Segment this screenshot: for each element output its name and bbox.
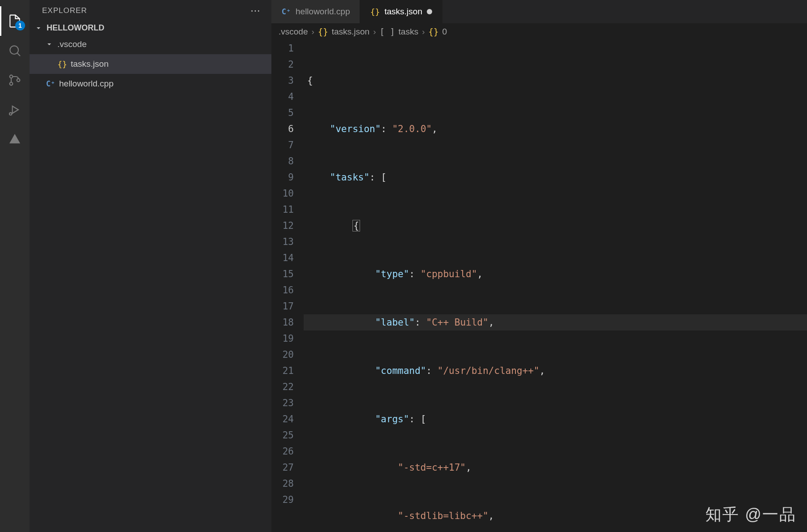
code-line: { bbox=[304, 218, 807, 234]
svg-point-1 bbox=[10, 75, 13, 78]
code-line: { bbox=[304, 73, 807, 89]
sidebar-title: EXPLORER bbox=[42, 6, 87, 15]
line-number: 22 bbox=[271, 379, 294, 395]
line-number: 8 bbox=[271, 153, 294, 169]
tab-helloworld[interactable]: C⁺ helloworld.cpp bbox=[271, 0, 360, 23]
code-line: "label": "C++ Build", bbox=[304, 314, 807, 330]
chevron-right-icon: › bbox=[311, 27, 314, 37]
json-icon: {} bbox=[370, 7, 380, 17]
breadcrumb-segment[interactable]: 0 bbox=[442, 27, 447, 37]
activity-extensions[interactable] bbox=[0, 124, 30, 154]
line-number: 26 bbox=[271, 443, 294, 459]
more-icon[interactable]: ⋯ bbox=[250, 5, 261, 17]
svg-point-3 bbox=[17, 79, 20, 82]
cpp-icon: C⁺ bbox=[281, 7, 291, 16]
line-number: 29 bbox=[271, 492, 294, 508]
tree-file-label: helloworld.cpp bbox=[59, 79, 113, 89]
line-number: 20 bbox=[271, 347, 294, 363]
line-number: 15 bbox=[271, 266, 294, 282]
line-number: 7 bbox=[271, 137, 294, 153]
chevron-down-icon bbox=[46, 41, 54, 48]
watermark: 知乎 @一品 bbox=[705, 504, 796, 526]
svg-point-0 bbox=[10, 46, 18, 54]
tab-label: tasks.json bbox=[384, 7, 422, 17]
line-number: 28 bbox=[271, 476, 294, 492]
line-number: 21 bbox=[271, 363, 294, 379]
chevron-down-icon bbox=[35, 25, 43, 32]
line-number: 18 bbox=[271, 314, 294, 330]
line-number: 17 bbox=[271, 298, 294, 314]
activity-bar: 1 bbox=[0, 0, 30, 532]
line-number: 9 bbox=[271, 169, 294, 185]
activity-explorer[interactable]: 1 bbox=[0, 6, 30, 36]
line-number: 11 bbox=[271, 202, 294, 218]
line-gutter: 1 2 3 4 5 6 7 8 9 10 11 12 13 14 15 16 1… bbox=[271, 40, 304, 532]
tree-file-hello[interactable]: C⁺ helloworld.cpp bbox=[30, 74, 271, 94]
file-tree: .vscode {} tasks.json C⁺ helloworld.cpp bbox=[30, 34, 271, 94]
line-number: 1 bbox=[271, 40, 294, 56]
code-editor[interactable]: 1 2 3 4 5 6 7 8 9 10 11 12 13 14 15 16 1… bbox=[271, 40, 807, 532]
workspace-folder-label: HELLOWORLD bbox=[47, 23, 104, 33]
line-number: 12 bbox=[271, 218, 294, 234]
activity-scm[interactable] bbox=[0, 65, 30, 95]
chevron-right-icon: › bbox=[373, 27, 376, 37]
tree-folder-label: .vscode bbox=[57, 39, 86, 49]
code-line: "command": "/usr/bin/clang++", bbox=[304, 363, 807, 379]
explorer-badge: 1 bbox=[15, 21, 25, 30]
line-number: 5 bbox=[271, 105, 294, 121]
code-content[interactable]: { "version": "2.0.0", "tasks": [ { "type… bbox=[304, 40, 807, 532]
activity-search[interactable] bbox=[0, 36, 30, 65]
svg-point-2 bbox=[10, 82, 13, 86]
tab-label: helloworld.cpp bbox=[296, 7, 350, 17]
code-line: "version": "2.0.0", bbox=[304, 121, 807, 137]
breadcrumb-segment[interactable]: tasks.json bbox=[332, 27, 369, 37]
breadcrumbs[interactable]: .vscode › {} tasks.json › [ ] tasks › {}… bbox=[271, 23, 807, 40]
tab-bar: C⁺ helloworld.cpp {} tasks.json bbox=[271, 0, 807, 23]
activity-debug[interactable] bbox=[0, 95, 30, 124]
tree-folder-vscode[interactable]: .vscode bbox=[30, 34, 271, 54]
chevron-right-icon: › bbox=[422, 27, 425, 37]
line-number: 19 bbox=[271, 330, 294, 347]
line-number: 27 bbox=[271, 459, 294, 476]
line-number: 16 bbox=[271, 282, 294, 298]
array-icon: [ ] bbox=[380, 27, 395, 37]
line-number: 24 bbox=[271, 411, 294, 427]
code-line: "-std=c++17", bbox=[304, 459, 807, 476]
tree-file-tasks[interactable]: {} tasks.json bbox=[30, 54, 271, 74]
sidebar-header: EXPLORER ⋯ bbox=[30, 0, 271, 21]
line-number: 10 bbox=[271, 185, 294, 202]
code-line: "type": "cppbuild", bbox=[304, 266, 807, 282]
json-icon: {} bbox=[318, 27, 328, 37]
line-number: 2 bbox=[271, 56, 294, 73]
breadcrumb-segment[interactable]: .vscode bbox=[279, 27, 308, 37]
line-number: 13 bbox=[271, 234, 294, 250]
editor-area: C⁺ helloworld.cpp {} tasks.json .vscode … bbox=[271, 0, 807, 532]
line-number: 4 bbox=[271, 89, 294, 105]
line-number: 25 bbox=[271, 427, 294, 443]
sidebar: EXPLORER ⋯ HELLOWORLD .vscode {} tasks.j… bbox=[30, 0, 271, 532]
cpp-icon: C⁺ bbox=[46, 79, 56, 88]
dirty-indicator-icon bbox=[427, 9, 432, 14]
line-number: 3 bbox=[271, 73, 294, 89]
line-number: 6 bbox=[271, 121, 294, 137]
json-icon: {} bbox=[429, 27, 439, 37]
line-number: 23 bbox=[271, 395, 294, 411]
workspace-folder[interactable]: HELLOWORLD bbox=[30, 21, 271, 34]
line-number: 14 bbox=[271, 250, 294, 266]
json-icon: {} bbox=[57, 60, 67, 69]
tree-file-label: tasks.json bbox=[71, 59, 108, 69]
breadcrumb-segment[interactable]: tasks bbox=[399, 27, 418, 37]
code-line: "tasks": [ bbox=[304, 169, 807, 185]
tab-tasks[interactable]: {} tasks.json bbox=[360, 0, 442, 23]
code-line: "args": [ bbox=[304, 411, 807, 427]
svg-point-4 bbox=[9, 113, 12, 115]
